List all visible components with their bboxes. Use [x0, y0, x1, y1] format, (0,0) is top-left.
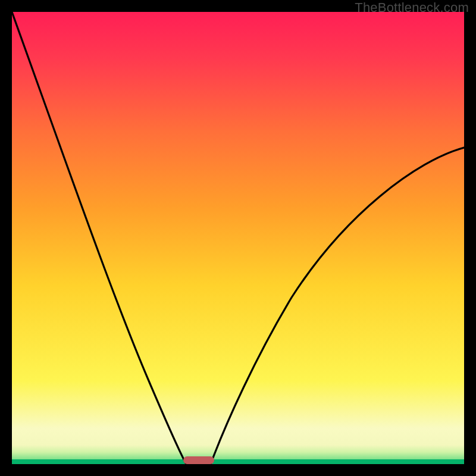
curve-right-branch — [211, 148, 464, 464]
curve-left-branch — [12, 12, 186, 464]
bottleneck-curve — [12, 12, 464, 464]
plot-area — [12, 12, 464, 464]
outer-frame: TheBottleneck.com — [0, 0, 476, 476]
minimum-marker — [183, 456, 214, 464]
watermark-text: TheBottleneck.com — [355, 0, 469, 15]
